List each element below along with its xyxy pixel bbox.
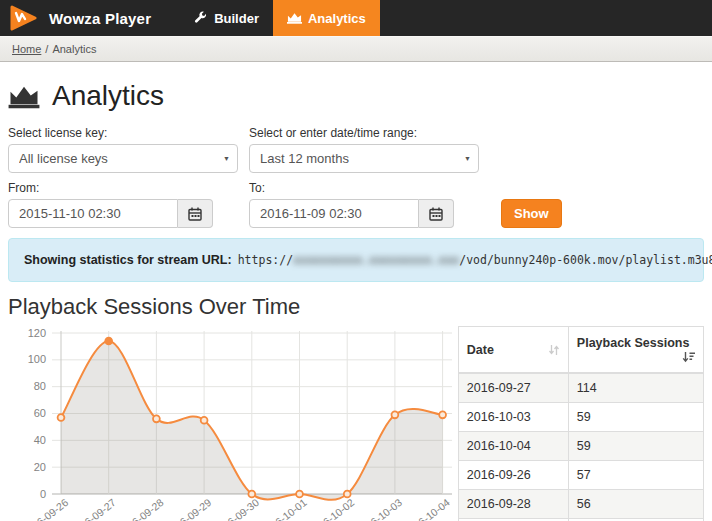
svg-text:40: 40 <box>34 434 46 446</box>
nav-item-label: Analytics <box>308 11 366 26</box>
license-key-label: Select license key: <box>8 126 238 140</box>
from-date-input[interactable] <box>8 199 178 228</box>
area-chart-icon <box>287 11 302 25</box>
table-cell: 56 <box>568 490 703 519</box>
section-title: Playback Sessions Over Time <box>8 294 704 320</box>
table-row: 2016-09-2856 <box>458 490 703 519</box>
breadcrumb-current: Analytics <box>52 43 96 55</box>
table-cell: 114 <box>568 373 703 403</box>
table-cell: 2016-09-26 <box>458 461 568 490</box>
nav-item-label: Builder <box>214 11 259 26</box>
date-range-label: Select or enter date/time range: <box>249 126 479 140</box>
date-range-select[interactable]: Last 12 months <box>249 144 479 173</box>
table-cell: 59 <box>568 403 703 432</box>
table-row: 2016-09-27114 <box>458 373 703 403</box>
from-label: From: <box>8 181 238 195</box>
sort-both-icon <box>548 344 560 356</box>
calendar-icon <box>429 207 443 221</box>
playback-sessions-table: Date Playback Sessions <box>458 326 704 521</box>
playback-sessions-chart: 0204060801001202016-09-262016-09-272016-… <box>8 326 458 521</box>
calendar-icon <box>188 207 202 221</box>
wowza-logo-icon <box>10 5 37 31</box>
table-header-date[interactable]: Date <box>458 327 568 374</box>
table-row: 2016-10-0359 <box>458 403 703 432</box>
breadcrumb: Home / Analytics <box>0 36 712 62</box>
svg-text:2016-09-29: 2016-09-29 <box>164 496 214 521</box>
playback-sessions-table-wrap: Date Playback Sessions <box>458 326 704 521</box>
svg-text:120: 120 <box>28 327 46 339</box>
stream-url: https://xxxxxxxxxx.xxxxxxxxx.xxx/vod/bun… <box>238 253 712 267</box>
to-date-input[interactable] <box>249 199 419 228</box>
area-chart-icon <box>8 83 40 110</box>
svg-text:2016-10-04: 2016-10-04 <box>402 496 452 521</box>
svg-text:20: 20 <box>34 461 46 473</box>
table-cell: 2016-09-27 <box>458 373 568 403</box>
redacted-domain: xxxxxxxxxx.xxxxxxxxx.xxx <box>293 253 459 267</box>
to-calendar-button[interactable] <box>419 199 454 228</box>
table-row: 2016-09-2657 <box>458 461 703 490</box>
table-cell: 59 <box>568 432 703 461</box>
svg-text:2016-09-26: 2016-09-26 <box>21 496 71 521</box>
table-cell: 2016-10-03 <box>458 403 568 432</box>
to-label: To: <box>249 181 479 195</box>
table-cell: 2016-09-28 <box>458 490 568 519</box>
alert-label: Showing statistics for stream URL: <box>24 253 232 267</box>
table-row: 2016-10-0459 <box>458 432 703 461</box>
area-chart: 0204060801001202016-09-262016-09-272016-… <box>8 326 456 521</box>
from-calendar-button[interactable] <box>178 199 213 228</box>
table-cell: 2016-10-04 <box>458 432 568 461</box>
sort-desc-icon <box>682 351 695 363</box>
svg-text:2016-09-28: 2016-09-28 <box>116 496 166 521</box>
nav-item-builder[interactable]: Builder <box>179 0 273 36</box>
top-navbar: Wowza Player Builder Analytics <box>0 0 712 36</box>
wrench-icon <box>193 11 208 25</box>
svg-text:2016-09-27: 2016-09-27 <box>68 496 118 521</box>
stream-filter-alert: Showing statistics for stream URL: https… <box>8 238 704 282</box>
svg-text:2016-09-30: 2016-09-30 <box>211 496 261 521</box>
brand-wrap: Wowza Player <box>0 0 179 36</box>
svg-text:60: 60 <box>34 407 46 419</box>
svg-text:0: 0 <box>40 488 46 500</box>
nav-item-analytics[interactable]: Analytics <box>273 0 380 36</box>
svg-text:2016-10-03: 2016-10-03 <box>354 496 404 521</box>
svg-text:100: 100 <box>28 353 46 365</box>
breadcrumb-home-link[interactable]: Home <box>12 43 41 55</box>
table-header-playback-sessions[interactable]: Playback Sessions <box>568 327 703 374</box>
brand-title: Wowza Player <box>49 10 151 27</box>
table-cell: 57 <box>568 461 703 490</box>
page-title: Analytics <box>52 80 164 112</box>
license-key-select[interactable]: All license keys <box>8 144 238 173</box>
page-title-row: Analytics <box>8 80 704 112</box>
breadcrumb-separator: / <box>45 43 48 55</box>
svg-text:80: 80 <box>34 380 46 392</box>
show-button[interactable]: Show <box>501 199 562 228</box>
